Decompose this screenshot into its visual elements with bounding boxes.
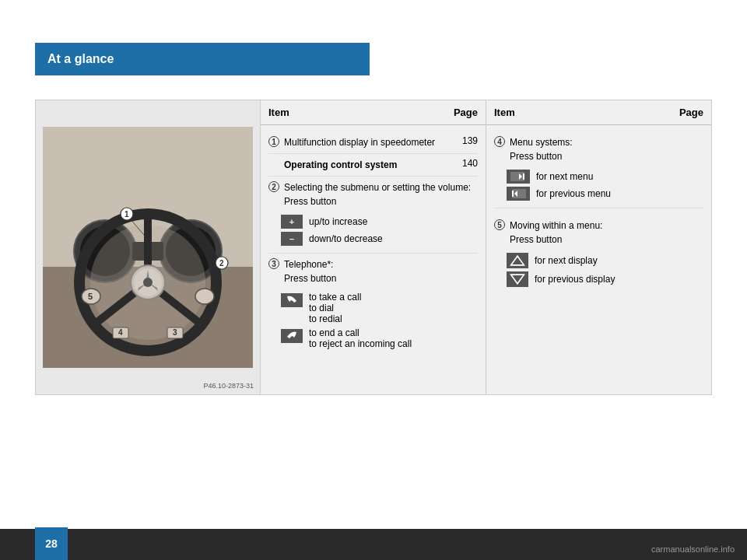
bottom-bar xyxy=(0,529,747,560)
prev-menu-icon xyxy=(507,187,530,201)
row-number xyxy=(268,158,279,170)
image-col: 5 4 3 1 xyxy=(35,100,261,395)
right-table: Item Page 4 Menu systems:Press button xyxy=(486,100,712,395)
row-content: 3 Telephone*:Press button xyxy=(268,257,478,285)
table-row: 2 Selecting the submenu or setting the v… xyxy=(268,177,478,254)
sub-items: to take a callto dialto redial to end a … xyxy=(268,289,412,352)
right-table-body: 4 Menu systems:Press button xyxy=(486,125,711,300)
svg-rect-34 xyxy=(523,173,524,180)
svg-marker-39 xyxy=(511,256,524,265)
num-circle: 4 xyxy=(494,136,505,147)
row-number: 4 xyxy=(494,135,505,147)
sub-item-text: for next display xyxy=(535,255,598,266)
svg-rect-36 xyxy=(512,189,526,198)
svg-rect-32 xyxy=(510,172,524,181)
right-col-item: Item xyxy=(494,107,515,118)
watermark: carmanualsonline.info xyxy=(651,544,735,554)
steering-wheel-svg: 5 4 3 1 xyxy=(43,127,253,368)
content-area: At a glance xyxy=(0,0,747,529)
svg-point-20 xyxy=(195,289,214,304)
sub-item-text: to take a callto dialto redial xyxy=(309,292,361,324)
table-row: 5 Moving within a menu:Press button xyxy=(494,215,703,294)
phone-end-icon xyxy=(281,329,303,343)
sub-item-text: for previous menu xyxy=(536,188,611,199)
page-title: At a glance xyxy=(47,52,114,66)
sub-item: + up/to increase xyxy=(276,215,383,229)
right-table-header: Item Page xyxy=(486,100,711,125)
plus-icon: + xyxy=(281,215,303,229)
row-content: 4 Menu systems:Press button xyxy=(494,135,703,163)
svg-text:4: 4 xyxy=(118,328,123,337)
table-row: 4 Menu systems:Press button xyxy=(494,131,703,208)
row-page: 140 xyxy=(454,158,478,169)
sub-item: – down/to decrease xyxy=(276,232,383,246)
row-content: 2 Selecting the submenu or setting the v… xyxy=(268,180,478,208)
row-content: Operating control system xyxy=(268,158,454,172)
table-row: 1 Multifunction display in speedometer 1… xyxy=(268,131,478,154)
next-display-icon xyxy=(507,253,528,268)
row-content: 5 Moving within a menu:Press button xyxy=(494,219,703,247)
row-text: Telephone*:Press button xyxy=(284,257,478,285)
sub-items: for next menu xyxy=(494,166,611,204)
row-text: Selecting the submenu or setting the vol… xyxy=(284,180,478,208)
prev-display-icon xyxy=(507,271,528,287)
num-circle: 1 xyxy=(268,136,279,147)
sub-item-text: to end a callto reject an incoming call xyxy=(309,327,412,349)
svg-point-17 xyxy=(143,278,153,287)
row-text: Menu systems:Press button xyxy=(510,135,703,163)
sub-item: for next menu xyxy=(502,170,611,184)
phone-accept-icon xyxy=(281,293,303,307)
minus-icon: – xyxy=(281,232,303,246)
table-row: Operating control system 140 xyxy=(268,154,478,177)
next-menu-icon xyxy=(507,170,530,184)
sub-item: for next display xyxy=(502,253,615,268)
mid-table: Item Page 1 Multifunction display in spe… xyxy=(261,100,486,395)
sub-items: + up/to increase – down/to decrease xyxy=(268,212,383,249)
num-circle: 2 xyxy=(268,181,279,192)
row-number: 3 xyxy=(268,257,279,269)
row-page: 139 xyxy=(454,135,478,146)
sub-item-text: for next menu xyxy=(536,171,593,182)
table-row: 3 Telephone*:Press button to take a call… xyxy=(268,254,478,356)
photo-code: P46.10-2873-31 xyxy=(203,382,254,390)
num-circle: 5 xyxy=(494,219,505,230)
sub-item: to end a callto reject an incoming call xyxy=(276,327,412,349)
svg-text:5: 5 xyxy=(88,292,93,301)
row-number: 5 xyxy=(494,219,505,230)
num-circle: 3 xyxy=(268,258,279,269)
mid-col-item: Item xyxy=(268,107,289,118)
page-number: 28 xyxy=(45,537,58,550)
page-number-box: 28 xyxy=(35,527,68,560)
sub-item-text: for previous display xyxy=(535,274,615,285)
steering-wheel-image: 5 4 3 1 xyxy=(36,100,260,394)
sub-item: to take a callto dialto redial xyxy=(276,292,412,324)
svg-rect-38 xyxy=(512,191,514,197)
svg-text:1: 1 xyxy=(124,210,129,219)
row-text: Multifunction display in speedometer xyxy=(284,135,454,149)
row-text: Moving within a menu:Press button xyxy=(510,219,703,247)
three-col-layout: 5 4 3 1 xyxy=(35,100,712,395)
sub-item: for previous display xyxy=(502,271,615,287)
header-bar: At a glance xyxy=(35,43,370,75)
operating-control-label: Operating control system xyxy=(284,158,454,172)
mid-col-page: Page xyxy=(454,107,478,118)
sub-item: for previous menu xyxy=(502,187,611,201)
mid-table-body: 1 Multifunction display in speedometer 1… xyxy=(261,125,486,362)
row-number: 2 xyxy=(268,180,279,192)
sub-item-text: down/to decrease xyxy=(309,233,383,244)
sub-item-text: up/to increase xyxy=(309,216,367,227)
row-number: 1 xyxy=(268,135,279,147)
row-content: 1 Multifunction display in speedometer xyxy=(268,135,454,149)
mid-table-header: Item Page xyxy=(261,100,486,125)
page-background: At a glance xyxy=(0,0,747,560)
svg-text:2: 2 xyxy=(219,259,224,268)
svg-text:3: 3 xyxy=(173,328,177,337)
svg-marker-40 xyxy=(511,275,524,284)
right-col-page: Page xyxy=(679,107,703,118)
sub-items: for next display for previous display xyxy=(494,250,615,290)
